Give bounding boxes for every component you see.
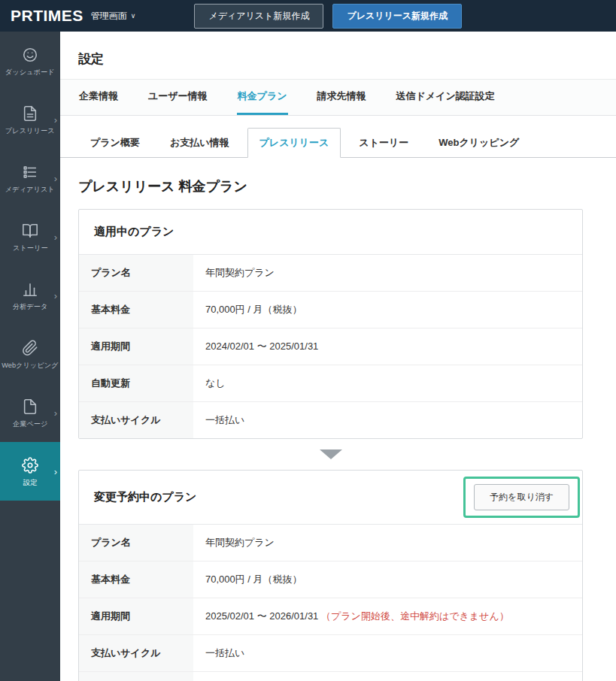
topbar-buttons: メディアリスト新規作成 プレスリリース新規作成: [194, 4, 462, 29]
subtab-press-release[interactable]: プレスリリース: [247, 128, 341, 158]
prtimes-logo[interactable]: PRTIMES: [11, 7, 83, 25]
subtab-web-clipping[interactable]: Webクリッピング: [426, 128, 531, 158]
media-list-icon: [22, 164, 38, 180]
tab-pricing-plan[interactable]: 料金プラン: [237, 80, 288, 115]
row-label: 基本料金: [79, 292, 193, 328]
table-row: 支払いサイクル 一括払い: [79, 635, 582, 672]
sidebar-item-story[interactable]: ストーリー ›: [0, 207, 60, 266]
page-title: 設定: [78, 50, 598, 68]
sidebar-item-label: ダッシュボード: [5, 68, 55, 75]
row-label: プラン名: [79, 525, 193, 561]
settings-tabs: 企業情報 ユーザー情報 料金プラン 請求先情報 送信ドメイン認証設定: [60, 80, 616, 116]
row-value: 一括払い: [193, 635, 256, 671]
row-value: 70,000円 / 月（税抜）: [193, 292, 314, 328]
chevron-right-icon: ›: [54, 466, 57, 477]
row-label: 適用期間: [79, 598, 193, 634]
sidebar-item-company-page[interactable]: 企業ページ ›: [0, 383, 60, 442]
topbar: PRTIMES 管理画面 ∨ メディアリスト新規作成 プレスリリース新規作成: [0, 0, 616, 32]
cancel-button-highlight: 予約を取り消す: [463, 477, 580, 518]
sidebar-item-settings[interactable]: 設定 ›: [0, 442, 60, 501]
section-heading: プレスリリース 料金プラン: [78, 177, 598, 195]
story-icon: [22, 222, 38, 239]
down-arrow-icon: [320, 449, 342, 459]
sidebar-item-media-list[interactable]: メディアリスト ›: [0, 149, 60, 207]
row-value: 年間契約プラン: [193, 525, 287, 561]
table-row: 支払いサイクル 一括払い: [79, 402, 582, 438]
row-label: 自動更新: [79, 672, 193, 681]
table-row: 基本料金 70,000円 / 月（税抜）: [79, 292, 582, 328]
chevron-right-icon: ›: [54, 407, 57, 419]
sidebar-item-label: ストーリー: [13, 244, 48, 251]
row-value: 2024/02/01 〜 2025/01/31: [193, 328, 330, 365]
row-label: 基本料金: [79, 561, 193, 598]
row-value: 自動更新: [193, 672, 256, 681]
chevron-right-icon: ›: [54, 114, 57, 126]
sidebar-item-label: プレスリリース: [5, 127, 55, 134]
chevron-right-icon: ›: [54, 173, 57, 184]
analytics-icon: [22, 281, 38, 298]
table-row: プラン名 年間契約プラン: [79, 525, 582, 561]
dashboard-icon: [22, 47, 38, 63]
sidebar-item-label: 設定: [23, 479, 37, 486]
row-value: なし: [193, 365, 238, 401]
sidebar-item-label: メディアリスト: [5, 186, 55, 192]
subtab-story[interactable]: ストーリー: [347, 128, 420, 158]
sidebar-item-label: Webクリッピング: [2, 362, 58, 368]
sidebar-item-web-clipping[interactable]: Webクリッピング: [0, 325, 60, 383]
row-value: 年間契約プラン: [193, 255, 287, 291]
row-value: 70,000円 / 月（税抜）: [193, 561, 314, 598]
chevron-right-icon: ›: [54, 290, 57, 301]
current-plan-title: 適用中のプラン: [94, 225, 174, 239]
row-label: 支払いサイクル: [79, 635, 193, 671]
row-label: 適用期間: [79, 328, 193, 365]
create-media-list-button[interactable]: メディアリスト新規作成: [194, 4, 323, 29]
paperclip-icon: [22, 340, 38, 356]
chevron-down-icon: ∨: [131, 12, 136, 20]
sidebar-item-label: 分析データ: [13, 303, 47, 310]
sidebar-item-press-release[interactable]: プレスリリース ›: [0, 90, 60, 149]
table-row: 基本料金 70,000円 / 月（税抜）: [79, 561, 582, 598]
row-label: プラン名: [79, 255, 193, 291]
tab-company-info[interactable]: 企業情報: [78, 80, 119, 115]
subtab-payment-info[interactable]: お支払い情報: [158, 128, 241, 158]
table-row: 自動更新 なし: [79, 365, 582, 402]
tab-billing-info[interactable]: 請求先情報: [317, 80, 367, 115]
reserved-plan-title: 変更予約中のプラン: [94, 490, 196, 504]
sidebar-item-analytics[interactable]: 分析データ ›: [0, 266, 60, 325]
transition-arrow-wrap: [78, 449, 583, 459]
table-row: 適用期間 2025/02/01 〜 2026/01/31 （プラン開始後、途中解…: [79, 598, 582, 635]
table-row: 自動更新 自動更新: [79, 672, 582, 681]
table-row: プラン名 年間契約プラン: [79, 255, 582, 292]
row-value-note: （プラン開始後、途中解約はできません）: [321, 610, 509, 622]
page-title-block: 設定: [60, 32, 616, 80]
sidebar-item-label: 企業ページ: [13, 420, 47, 427]
pricing-subtabs: プラン概要 お支払い情報 プレスリリース ストーリー Webクリッピング: [60, 128, 616, 158]
subtab-plan-overview[interactable]: プラン概要: [78, 128, 152, 158]
reserved-plan-card-header: 変更予約中のプラン 予約を取り消す: [79, 471, 582, 525]
create-press-release-button[interactable]: プレスリリース新規作成: [332, 4, 462, 29]
row-value: 2025/02/01 〜 2026/01/31 （プラン開始後、途中解約はできま…: [193, 598, 521, 634]
tab-user-info[interactable]: ユーザー情報: [147, 80, 208, 115]
row-value-text: 2025/02/01 〜 2026/01/31: [205, 610, 318, 622]
row-label: 自動更新: [79, 365, 193, 401]
row-value: 一括払い: [193, 402, 256, 438]
reserved-plan-card: 変更予約中のプラン 予約を取り消す プラン名 年間契約プラン 基本料金 70,0…: [78, 470, 583, 681]
main-content: 設定 企業情報 ユーザー情報 料金プラン 請求先情報 送信ドメイン認証設定 プラ…: [60, 0, 616, 681]
cancel-reservation-button[interactable]: 予約を取り消す: [474, 484, 569, 510]
press-release-icon: [22, 105, 38, 122]
admin-menu[interactable]: 管理画面 ∨: [91, 10, 136, 23]
gear-icon: [22, 457, 38, 474]
tab-sending-domain-auth[interactable]: 送信ドメイン認証設定: [396, 80, 496, 115]
chevron-right-icon: ›: [54, 232, 57, 243]
admin-menu-label: 管理画面: [91, 10, 127, 23]
company-page-icon: [22, 398, 38, 415]
sidebar: ダッシュボード プレスリリース › メディアリスト › ストーリー ›: [0, 32, 60, 681]
current-plan-card-header: 適用中のプラン: [79, 210, 582, 255]
sidebar-item-dashboard[interactable]: ダッシュボード: [0, 32, 60, 90]
table-row: 適用期間 2024/02/01 〜 2025/01/31: [79, 328, 582, 365]
row-label: 支払いサイクル: [79, 402, 193, 438]
current-plan-card: 適用中のプラン プラン名 年間契約プラン 基本料金 70,000円 / 月（税抜…: [78, 209, 583, 439]
